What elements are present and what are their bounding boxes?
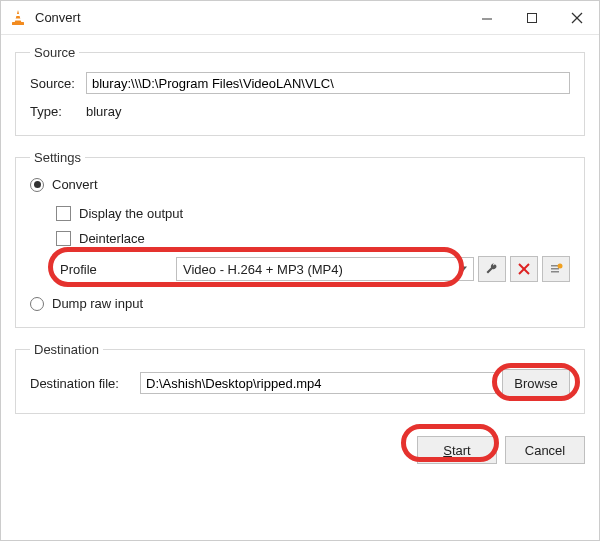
convert-radio-row[interactable]: Convert: [30, 177, 570, 192]
destination-legend: Destination: [30, 342, 103, 357]
wrench-icon: [485, 262, 499, 276]
convert-radio[interactable]: [30, 178, 44, 192]
close-icon: [571, 12, 583, 24]
cancel-button-label: Cancel: [525, 443, 565, 458]
destination-file-label: Destination file:: [30, 376, 140, 391]
source-input[interactable]: [86, 72, 570, 94]
cancel-button[interactable]: Cancel: [505, 436, 585, 464]
display-output-label: Display the output: [79, 206, 183, 221]
client-area: Source Source: Type: bluray Settings Con…: [1, 35, 599, 540]
profile-select[interactable]: Video - H.264 + MP3 (MP4): [176, 257, 474, 281]
dump-radio-label: Dump raw input: [52, 296, 143, 311]
destination-group: Destination Destination file: Browse: [15, 342, 585, 414]
browse-button[interactable]: Browse: [502, 369, 570, 397]
profile-row: Profile Video - H.264 + MP3 (MP4): [56, 256, 570, 282]
svg-rect-12: [551, 271, 559, 273]
browse-button-label: Browse: [514, 376, 557, 391]
maximize-button[interactable]: [509, 3, 554, 33]
svg-rect-1: [16, 14, 21, 16]
titlebar: Convert: [1, 1, 599, 35]
source-label: Source:: [30, 76, 86, 91]
destination-file-input[interactable]: [140, 372, 496, 394]
source-group: Source Source: Type: bluray: [15, 45, 585, 136]
new-profile-button[interactable]: [542, 256, 570, 282]
deinterlace-label: Deinterlace: [79, 231, 145, 246]
minimize-icon: [481, 12, 493, 24]
source-legend: Source: [30, 45, 79, 60]
type-value: bluray: [86, 104, 121, 119]
start-button[interactable]: Start: [417, 436, 497, 464]
svg-point-13: [558, 264, 563, 269]
edit-profile-button[interactable]: [478, 256, 506, 282]
display-output-checkbox[interactable]: [56, 206, 71, 221]
deinterlace-checkbox[interactable]: [56, 231, 71, 246]
convert-radio-label: Convert: [52, 177, 98, 192]
display-output-row[interactable]: Display the output: [56, 206, 570, 221]
maximize-icon: [526, 12, 538, 24]
window-controls: [464, 3, 599, 33]
x-icon: [517, 262, 531, 276]
profile-label: Profile: [56, 262, 176, 277]
deinterlace-row[interactable]: Deinterlace: [56, 231, 570, 246]
svg-rect-3: [12, 22, 24, 25]
svg-rect-2: [15, 18, 21, 20]
start-button-label: Start: [443, 443, 470, 458]
settings-group: Settings Convert Display the output Dein…: [15, 150, 585, 328]
close-window-button[interactable]: [554, 3, 599, 33]
svg-rect-11: [551, 268, 559, 270]
dump-radio-row[interactable]: Dump raw input: [30, 296, 570, 311]
chevron-down-icon: [459, 267, 467, 272]
settings-legend: Settings: [30, 150, 85, 165]
type-label: Type:: [30, 104, 86, 119]
minimize-button[interactable]: [464, 3, 509, 33]
dialog-footer: Start Cancel: [15, 428, 585, 464]
svg-marker-0: [15, 10, 22, 23]
delete-profile-button[interactable]: [510, 256, 538, 282]
list-add-icon: [549, 262, 563, 276]
window-title: Convert: [35, 10, 464, 25]
profile-selected-value: Video - H.264 + MP3 (MP4): [183, 262, 343, 277]
svg-rect-5: [527, 13, 536, 22]
vlc-cone-icon: [9, 9, 27, 27]
window: Convert Source Source: Type: bluray: [0, 0, 600, 541]
dump-radio[interactable]: [30, 297, 44, 311]
